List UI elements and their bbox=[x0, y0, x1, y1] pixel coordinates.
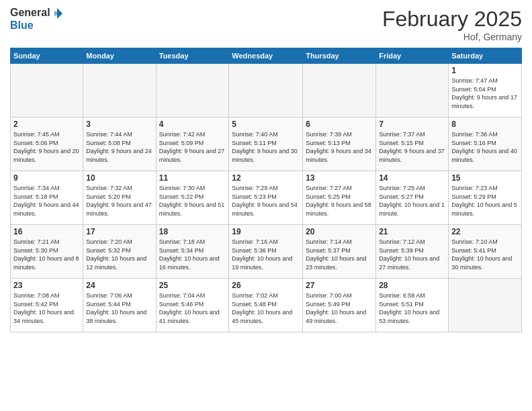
page-header: General Blue February 2025 Hof, Germany bbox=[10, 7, 522, 42]
calendar-cell: 7Sunrise: 7:37 AM Sunset: 5:15 PM Daylig… bbox=[376, 118, 449, 171]
calendar-cell: 15Sunrise: 7:23 AM Sunset: 5:29 PM Dayli… bbox=[449, 171, 522, 225]
calendar-cell: 12Sunrise: 7:29 AM Sunset: 5:23 PM Dayli… bbox=[229, 171, 303, 225]
day-detail: Sunrise: 7:18 AM Sunset: 5:34 PM Dayligh… bbox=[159, 238, 226, 271]
calendar-cell bbox=[83, 64, 156, 118]
day-number: 13 bbox=[306, 173, 373, 183]
title-block: February 2025 Hof, Germany bbox=[382, 7, 522, 42]
calendar-cell bbox=[449, 279, 522, 332]
day-number: 1 bbox=[451, 66, 519, 75]
calendar-cell: 20Sunrise: 7:14 AM Sunset: 5:37 PM Dayli… bbox=[303, 225, 376, 279]
calendar-cell: 16Sunrise: 7:21 AM Sunset: 5:30 PM Dayli… bbox=[11, 225, 83, 279]
calendar-table: SundayMondayTuesdayWednesdayThursdayFrid… bbox=[10, 48, 522, 332]
day-detail: Sunrise: 7:29 AM Sunset: 5:23 PM Dayligh… bbox=[232, 184, 300, 218]
day-number: 5 bbox=[232, 120, 300, 129]
day-number: 20 bbox=[306, 227, 373, 236]
day-number: 15 bbox=[451, 173, 519, 183]
weekday-header-friday: Friday bbox=[376, 48, 449, 64]
calendar-cell: 10Sunrise: 7:32 AM Sunset: 5:20 PM Dayli… bbox=[83, 171, 156, 225]
calendar-cell: 26Sunrise: 7:02 AM Sunset: 5:48 PM Dayli… bbox=[229, 279, 303, 332]
day-number: 16 bbox=[13, 227, 80, 236]
weekday-header-sunday: Sunday bbox=[11, 48, 83, 64]
day-detail: Sunrise: 7:36 AM Sunset: 5:16 PM Dayligh… bbox=[451, 130, 519, 164]
calendar-week-row: 1Sunrise: 7:47 AM Sunset: 5:04 PM Daylig… bbox=[11, 64, 522, 118]
day-number: 2 bbox=[13, 120, 80, 129]
calendar-cell: 27Sunrise: 7:00 AM Sunset: 5:49 PM Dayli… bbox=[303, 279, 376, 332]
day-number: 8 bbox=[451, 120, 519, 129]
calendar-week-row: 2Sunrise: 7:45 AM Sunset: 5:06 PM Daylig… bbox=[11, 118, 522, 171]
calendar-cell: 4Sunrise: 7:42 AM Sunset: 5:09 PM Daylig… bbox=[156, 118, 229, 171]
calendar-cell bbox=[303, 64, 376, 118]
logo: General Blue bbox=[10, 7, 64, 32]
day-number: 9 bbox=[13, 173, 80, 183]
calendar-cell: 3Sunrise: 7:44 AM Sunset: 5:08 PM Daylig… bbox=[83, 118, 156, 171]
month-year-title: February 2025 bbox=[382, 7, 522, 32]
day-detail: Sunrise: 7:16 AM Sunset: 5:36 PM Dayligh… bbox=[232, 238, 300, 271]
day-detail: Sunrise: 7:20 AM Sunset: 5:32 PM Dayligh… bbox=[86, 238, 152, 271]
calendar-cell: 6Sunrise: 7:39 AM Sunset: 5:13 PM Daylig… bbox=[303, 118, 376, 171]
day-number: 6 bbox=[306, 120, 373, 129]
calendar-week-row: 23Sunrise: 7:08 AM Sunset: 5:42 PM Dayli… bbox=[11, 279, 522, 332]
day-detail: Sunrise: 7:00 AM Sunset: 5:49 PM Dayligh… bbox=[306, 291, 373, 325]
day-detail: Sunrise: 7:27 AM Sunset: 5:25 PM Dayligh… bbox=[306, 184, 373, 218]
day-detail: Sunrise: 7:04 AM Sunset: 5:46 PM Dayligh… bbox=[159, 291, 226, 325]
calendar-cell: 2Sunrise: 7:45 AM Sunset: 5:06 PM Daylig… bbox=[11, 118, 83, 171]
location-subtitle: Hof, Germany bbox=[382, 32, 522, 42]
calendar-cell: 23Sunrise: 7:08 AM Sunset: 5:42 PM Dayli… bbox=[11, 279, 83, 332]
calendar-cell bbox=[376, 64, 449, 118]
calendar-cell: 5Sunrise: 7:40 AM Sunset: 5:11 PM Daylig… bbox=[229, 118, 303, 171]
day-detail: Sunrise: 7:32 AM Sunset: 5:20 PM Dayligh… bbox=[86, 184, 152, 218]
calendar-cell: 25Sunrise: 7:04 AM Sunset: 5:46 PM Dayli… bbox=[156, 279, 229, 332]
day-number: 26 bbox=[232, 281, 300, 290]
calendar-cell: 17Sunrise: 7:20 AM Sunset: 5:32 PM Dayli… bbox=[83, 225, 156, 279]
day-detail: Sunrise: 6:58 AM Sunset: 5:51 PM Dayligh… bbox=[379, 291, 445, 325]
day-detail: Sunrise: 7:42 AM Sunset: 5:09 PM Dayligh… bbox=[159, 130, 226, 164]
calendar-cell: 28Sunrise: 6:58 AM Sunset: 5:51 PM Dayli… bbox=[376, 279, 449, 332]
day-detail: Sunrise: 7:10 AM Sunset: 5:41 PM Dayligh… bbox=[451, 238, 519, 271]
calendar-cell: 21Sunrise: 7:12 AM Sunset: 5:39 PM Dayli… bbox=[376, 225, 449, 279]
day-detail: Sunrise: 7:34 AM Sunset: 5:18 PM Dayligh… bbox=[13, 184, 80, 218]
day-number: 18 bbox=[159, 227, 226, 236]
calendar-cell: 13Sunrise: 7:27 AM Sunset: 5:25 PM Dayli… bbox=[303, 171, 376, 225]
calendar-cell bbox=[156, 64, 229, 118]
weekday-header-tuesday: Tuesday bbox=[156, 48, 229, 64]
logo-text: General Blue bbox=[10, 7, 64, 32]
day-number: 4 bbox=[159, 120, 226, 129]
day-number: 28 bbox=[379, 281, 445, 290]
day-detail: Sunrise: 7:25 AM Sunset: 5:27 PM Dayligh… bbox=[379, 184, 445, 218]
day-number: 10 bbox=[86, 173, 152, 183]
day-detail: Sunrise: 7:06 AM Sunset: 5:44 PM Dayligh… bbox=[86, 291, 152, 325]
day-detail: Sunrise: 7:37 AM Sunset: 5:15 PM Dayligh… bbox=[379, 130, 445, 164]
calendar-cell: 18Sunrise: 7:18 AM Sunset: 5:34 PM Dayli… bbox=[156, 225, 229, 279]
day-number: 12 bbox=[232, 173, 300, 183]
day-detail: Sunrise: 7:21 AM Sunset: 5:30 PM Dayligh… bbox=[13, 238, 80, 271]
calendar-cell: 19Sunrise: 7:16 AM Sunset: 5:36 PM Dayli… bbox=[229, 225, 303, 279]
calendar-cell: 22Sunrise: 7:10 AM Sunset: 5:41 PM Dayli… bbox=[449, 225, 522, 279]
day-number: 11 bbox=[159, 173, 226, 183]
day-number: 19 bbox=[232, 227, 300, 236]
day-detail: Sunrise: 7:45 AM Sunset: 5:06 PM Dayligh… bbox=[13, 130, 80, 164]
day-detail: Sunrise: 7:40 AM Sunset: 5:11 PM Dayligh… bbox=[232, 130, 300, 164]
day-number: 24 bbox=[86, 281, 152, 290]
weekday-header-monday: Monday bbox=[83, 48, 156, 64]
day-detail: Sunrise: 7:47 AM Sunset: 5:04 PM Dayligh… bbox=[451, 77, 519, 110]
day-detail: Sunrise: 7:02 AM Sunset: 5:48 PM Dayligh… bbox=[232, 291, 300, 325]
day-number: 7 bbox=[379, 120, 445, 129]
day-number: 23 bbox=[13, 281, 80, 290]
day-number: 17 bbox=[86, 227, 152, 236]
day-detail: Sunrise: 7:30 AM Sunset: 5:22 PM Dayligh… bbox=[159, 184, 226, 218]
weekday-header-row: SundayMondayTuesdayWednesdayThursdayFrid… bbox=[11, 48, 522, 64]
day-detail: Sunrise: 7:39 AM Sunset: 5:13 PM Dayligh… bbox=[306, 130, 373, 164]
day-number: 27 bbox=[306, 281, 373, 290]
day-number: 14 bbox=[379, 173, 445, 183]
calendar-cell: 8Sunrise: 7:36 AM Sunset: 5:16 PM Daylig… bbox=[449, 118, 522, 171]
calendar-cell: 1Sunrise: 7:47 AM Sunset: 5:04 PM Daylig… bbox=[449, 64, 522, 118]
calendar-cell: 24Sunrise: 7:06 AM Sunset: 5:44 PM Dayli… bbox=[83, 279, 156, 332]
day-detail: Sunrise: 7:44 AM Sunset: 5:08 PM Dayligh… bbox=[86, 130, 152, 164]
day-number: 25 bbox=[159, 281, 226, 290]
weekday-header-thursday: Thursday bbox=[303, 48, 376, 64]
day-detail: Sunrise: 7:14 AM Sunset: 5:37 PM Dayligh… bbox=[306, 238, 373, 271]
calendar-cell: 9Sunrise: 7:34 AM Sunset: 5:18 PM Daylig… bbox=[11, 171, 83, 225]
day-detail: Sunrise: 7:08 AM Sunset: 5:42 PM Dayligh… bbox=[13, 291, 80, 325]
calendar-cell: 11Sunrise: 7:30 AM Sunset: 5:22 PM Dayli… bbox=[156, 171, 229, 225]
calendar-week-row: 16Sunrise: 7:21 AM Sunset: 5:30 PM Dayli… bbox=[11, 225, 522, 279]
